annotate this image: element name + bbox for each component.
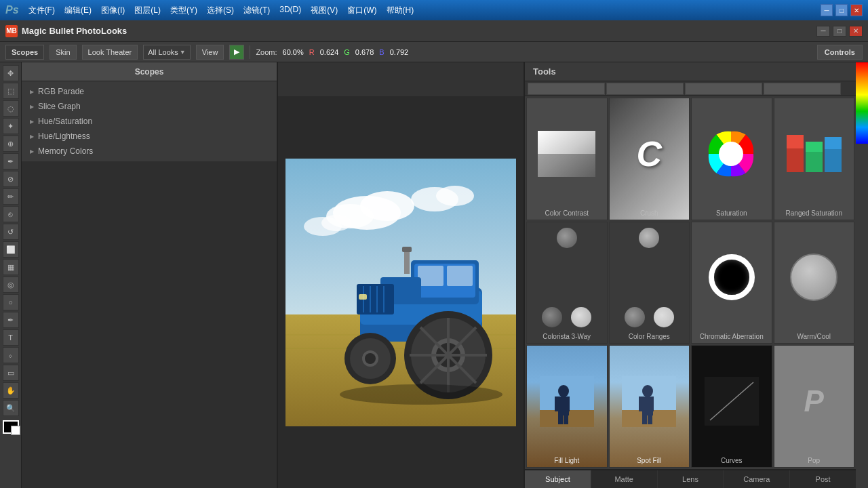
- ranges-highlight-circle: [654, 307, 674, 327]
- zoom-value: 60.0%: [283, 48, 304, 56]
- app-minimize-button[interactable]: ─: [816, 26, 830, 37]
- lasso-tool[interactable]: ◌: [3, 100, 19, 117]
- blur-tool[interactable]: ◎: [3, 277, 19, 293]
- tool-pop[interactable]: P Pop: [774, 345, 855, 468]
- close-button[interactable]: ✕: [850, 4, 863, 16]
- tool-saturation[interactable]: Saturation: [691, 98, 772, 220]
- look-theater-button[interactable]: Look Theater: [82, 45, 138, 60]
- skin-button[interactable]: Skin: [50, 45, 76, 60]
- svg-rect-15: [418, 266, 443, 286]
- tab-matte-label: Matte: [614, 475, 633, 483]
- dodge-tool[interactable]: ○: [3, 294, 19, 310]
- hand-tool[interactable]: ✋: [3, 382, 19, 399]
- controls-button[interactable]: Controls: [817, 45, 863, 60]
- wand-tool[interactable]: ✦: [3, 118, 19, 134]
- heal-tool[interactable]: ⊘: [3, 171, 19, 187]
- menu-filter[interactable]: 滤镜(T): [239, 5, 274, 16]
- scopes-title: Scopes: [135, 67, 164, 77]
- color-contrast-preview: [530, 101, 604, 207]
- curves-preview: [694, 348, 769, 454]
- menu-edit[interactable]: 编辑(E): [60, 5, 96, 16]
- image-top-bar: [278, 62, 524, 96]
- crush-label: Crush: [640, 209, 658, 217]
- crop-tool[interactable]: ⊕: [3, 136, 19, 152]
- tool-ranged-saturation[interactable]: Ranged Saturation: [774, 98, 855, 220]
- tools-sub-cell-3: [685, 83, 762, 95]
- scope-item-hue-saturation[interactable]: ▶ Hue/Saturation: [22, 114, 277, 129]
- dropdown-arrow-icon: ▼: [180, 49, 186, 56]
- brush-tool[interactable]: ✏: [3, 188, 19, 205]
- tool-crush[interactable]: C Crush: [609, 98, 690, 220]
- scopes-panel-header: Scopes: [22, 62, 277, 81]
- scope-items-list: ▶ RGB Parade ▶ Slice Graph ▶ Hue/Saturat…: [22, 81, 277, 161]
- b-value: 0.792: [390, 48, 409, 56]
- tools-sub-cell-4: [764, 83, 841, 95]
- ranges-midtone-circle: [625, 307, 645, 327]
- toolbar-separator: [250, 45, 250, 59]
- menu-layer[interactable]: 图层(L): [130, 5, 165, 16]
- menu-select[interactable]: 选择(S): [203, 5, 238, 16]
- app-maximize-button[interactable]: □: [833, 26, 846, 37]
- all-looks-dropdown[interactable]: All Looks ▼: [143, 45, 191, 60]
- svg-rect-35: [404, 250, 410, 274]
- history-tool[interactable]: ↺: [3, 224, 19, 240]
- minimize-button[interactable]: ─: [821, 4, 833, 16]
- app-close-button[interactable]: ✕: [849, 26, 863, 37]
- app-title-text: Magic Bullet PhotoLooks: [22, 26, 127, 36]
- menu-view[interactable]: 视图(V): [307, 5, 342, 16]
- zoom-tool[interactable]: 🔍: [3, 400, 19, 416]
- chromatic-aberration-label: Chromatic Aberration: [700, 333, 764, 340]
- tool-fill-light[interactable]: Fill Light: [526, 345, 608, 468]
- color-ramp-top: [856, 62, 868, 144]
- tool-color-ranges[interactable]: Color Ranges: [609, 222, 690, 344]
- color-contrast-svg: [538, 131, 595, 177]
- text-tool[interactable]: T: [3, 329, 19, 346]
- tab-matte[interactable]: Matte: [591, 470, 658, 488]
- scope-item-memory-colors[interactable]: ▶ Memory Colors: [22, 144, 277, 159]
- eyedropper-tool[interactable]: ✒: [3, 153, 19, 169]
- tool-spot-fill[interactable]: Spot Fill: [609, 345, 690, 468]
- scope-item-hue-lightness[interactable]: ▶ Hue/Lightness: [22, 129, 277, 144]
- menu-type[interactable]: 类型(Y): [166, 5, 201, 16]
- slice-graph-label: Slice Graph: [38, 102, 81, 111]
- tool-warm-cool[interactable]: Warm/Cool: [774, 222, 855, 344]
- view-button[interactable]: View: [196, 45, 224, 60]
- menu-help[interactable]: 帮助(H): [382, 5, 418, 16]
- pen-tool[interactable]: ✒: [3, 312, 19, 328]
- eraser-tool[interactable]: ⬜: [3, 241, 19, 258]
- shape-tool[interactable]: ▭: [3, 365, 19, 381]
- tool-colorista-3way[interactable]: Colorista 3-Way: [526, 222, 608, 344]
- tab-camera[interactable]: Camera: [724, 470, 790, 488]
- curves-label: Curves: [721, 457, 743, 464]
- scope-item-slice-graph[interactable]: ▶ Slice Graph: [22, 99, 277, 114]
- tab-subject[interactable]: Subject: [525, 470, 591, 488]
- menu-image[interactable]: 图像(I): [97, 5, 129, 16]
- svg-rect-16: [447, 266, 473, 286]
- gradient-tool[interactable]: ▦: [3, 259, 19, 275]
- path-tool[interactable]: ⬦: [3, 347, 19, 363]
- tool-curves[interactable]: Curves: [691, 345, 772, 468]
- tools-sub-header: [525, 81, 856, 96]
- menu-window[interactable]: 窗口(W): [343, 5, 380, 16]
- foreground-color-picker[interactable]: [3, 420, 19, 434]
- stamp-tool[interactable]: ⎋: [3, 206, 19, 222]
- tab-lens[interactable]: Lens: [658, 470, 724, 488]
- selection-tool[interactable]: ⬚: [3, 83, 19, 99]
- tab-post[interactable]: Post: [790, 470, 856, 488]
- maximize-button[interactable]: □: [835, 4, 848, 16]
- ranged-saturation-preview: [777, 101, 852, 207]
- tool-chromatic-aberration[interactable]: Chromatic Aberration: [691, 222, 772, 344]
- scopes-panel: Scopes ▶ RGB Parade ▶ Slice Graph ▶ Hue/…: [22, 62, 278, 488]
- menu-3d[interactable]: 3D(D): [275, 5, 305, 16]
- tools-panel: Tools: [524, 62, 856, 488]
- scope-item-rgb-parade[interactable]: ▶ RGB Parade: [22, 84, 277, 99]
- spot-fill-label: Spot Fill: [637, 457, 661, 464]
- app-title-left: MB Magic Bullet PhotoLooks: [5, 25, 127, 37]
- tool-color-contrast[interactable]: Color Contrast: [526, 98, 608, 220]
- color-strip-rest: [856, 144, 868, 488]
- menu-file[interactable]: 文件(F): [24, 5, 59, 16]
- play-button[interactable]: ▶: [229, 45, 244, 60]
- svg-rect-46: [806, 142, 823, 152]
- move-tool[interactable]: ✥: [3, 65, 19, 81]
- tools-sub-cell-2: [606, 83, 684, 95]
